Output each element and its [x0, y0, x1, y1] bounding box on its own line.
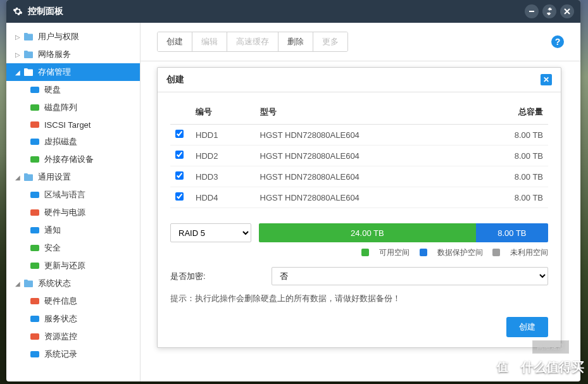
cell-model: HGST HDN728080ALE604 [255, 146, 472, 166]
svg-rect-11 [30, 298, 39, 304]
sidebar-group-3[interactable]: ◢通用设置 [6, 168, 140, 186]
sidebar-item-4-0[interactable]: 硬件信息 [6, 292, 140, 310]
cache-button[interactable]: 高速缓存 [227, 32, 278, 51]
globe-icon [29, 190, 41, 200]
sidebar-item-4-3[interactable]: 系统记录 [6, 345, 140, 363]
sidebar-item-3-4[interactable]: 更新与还原 [6, 257, 140, 275]
svg-rect-8 [30, 227, 39, 233]
sidebar-item-2-1[interactable]: 磁盘阵列 [6, 99, 140, 116]
vdisk-icon [29, 137, 41, 147]
toolbar: 创建 编辑 高速缓存 删除 更多 ? [141, 23, 580, 61]
table-row: HDD4HGST HDN728080ALE6048.00 TB [170, 187, 548, 208]
create-dialog: 创建 ✕ 编号 型号 总容量 HDD1HGST HDN728080ALE6048… [157, 67, 561, 348]
service-icon [29, 314, 41, 324]
sidebar-item-label: 硬盘 [44, 84, 61, 96]
encrypt-label: 是否加密: [170, 271, 272, 282]
row-checkbox[interactable] [175, 171, 184, 180]
sidebar-item-label: 更新与还原 [44, 260, 85, 271]
sidebar-group-2[interactable]: ◢存储管理 [6, 63, 140, 81]
svg-rect-7 [30, 209, 39, 216]
sidebar-item-label: 服务状态 [44, 313, 77, 325]
titlebar[interactable]: 控制面板 [6, 0, 580, 23]
more-button[interactable]: 更多 [313, 32, 347, 51]
cell-model: HGST HDN728080ALE604 [255, 166, 472, 187]
chip-icon [29, 296, 41, 306]
sidebar-item-3-2[interactable]: 通知 [6, 221, 140, 239]
svg-rect-2 [30, 104, 39, 111]
svg-rect-3 [30, 121, 39, 128]
hdd-icon [29, 85, 41, 95]
warning-tip: 提示：执行此操作会删除硬盘上的所有数据，请做好数据备份！ [170, 293, 548, 304]
tree-toggle-icon: ◢ [14, 280, 22, 287]
raid-select[interactable]: RAID 5 [170, 223, 251, 242]
sidebar-item-label: ISCSI Target [44, 120, 91, 130]
help-icon[interactable]: ? [551, 35, 564, 48]
space-bar: 24.00 TB 8.00 TB [259, 223, 548, 242]
col-model: 型号 [255, 100, 472, 125]
sidebar-group-0[interactable]: ▷用户与权限 [6, 28, 140, 46]
cell-id: HDD4 [191, 187, 255, 208]
row-checkbox[interactable] [175, 130, 184, 138]
legend-unused-icon [492, 249, 500, 256]
svg-rect-0 [529, 11, 534, 12]
sidebar-item-label: 安全 [44, 242, 61, 254]
sidebar-group-4[interactable]: ◢系统状态 [6, 275, 140, 292]
sidebar-item-2-4[interactable]: 外接存储设备 [6, 151, 140, 168]
svg-rect-1 [30, 87, 39, 93]
sidebar-group-1[interactable]: ▷网络服务 [6, 46, 140, 63]
col-capacity: 总容量 [472, 100, 548, 125]
cell-id: HDD2 [191, 146, 255, 166]
sidebar-item-label: 资源监控 [44, 331, 77, 342]
dialog-create-button[interactable]: 创建 [506, 317, 548, 337]
dialog-close-button[interactable]: ✕ [541, 74, 552, 85]
svg-rect-4 [30, 139, 39, 145]
power-icon [29, 207, 41, 218]
close-button[interactable] [560, 4, 574, 18]
maximize-button[interactable] [542, 4, 556, 18]
row-checkbox[interactable] [175, 151, 184, 159]
sidebar-item-4-2[interactable]: 资源监控 [6, 328, 140, 345]
dialog-header[interactable]: 创建 ✕ [158, 68, 561, 92]
sidebar-item-2-2[interactable]: ISCSI Target [6, 116, 140, 133]
sidebar-item-3-0[interactable]: 区域与语言 [6, 186, 140, 204]
sidebar-item-label: 虚拟磁盘 [44, 136, 77, 147]
sidebar-group-label: 存储管理 [38, 66, 71, 78]
sidebar-item-4-1[interactable]: 服务状态 [6, 310, 140, 328]
lock-icon [29, 243, 41, 253]
toolbar-button-group: 创建 编辑 高速缓存 删除 更多 [157, 32, 348, 52]
row-checkbox[interactable] [175, 192, 184, 201]
svg-rect-5 [30, 156, 39, 163]
window-title: 控制面板 [28, 6, 525, 17]
sidebar-item-label: 外接存储设备 [44, 154, 94, 165]
folder-icon [23, 278, 34, 288]
gear-icon [13, 6, 23, 16]
status-network-speed: 网络速度 [532, 340, 569, 354]
create-button[interactable]: 创建 [158, 32, 192, 51]
cell-model: HGST HDN728080ALE604 [255, 125, 472, 146]
sidebar-item-2-3[interactable]: 虚拟磁盘 [6, 133, 140, 151]
col-id: 编号 [191, 100, 255, 125]
refresh-icon [29, 261, 41, 271]
tree-toggle-icon: ◢ [14, 174, 22, 181]
minimize-button[interactable] [525, 4, 539, 18]
cell-model: HGST HDN728080ALE604 [255, 187, 472, 208]
sidebar-item-2-0[interactable]: 硬盘 [6, 81, 140, 99]
sidebar-item-3-1[interactable]: 硬件与电源 [6, 204, 140, 221]
delete-button[interactable]: 删除 [278, 32, 313, 51]
iscsi-icon [29, 120, 41, 130]
edit-button[interactable]: 编辑 [192, 32, 227, 51]
sidebar-item-3-3[interactable]: 安全 [6, 239, 140, 257]
array-icon [29, 102, 41, 113]
svg-rect-6 [30, 192, 39, 198]
cell-capacity: 8.00 TB [472, 125, 548, 146]
sidebar-item-label: 区域与语言 [44, 189, 85, 201]
folder-icon [23, 49, 34, 59]
space-protection-segment: 8.00 TB [476, 223, 548, 242]
table-row: HDD2HGST HDN728080ALE6048.00 TB [170, 146, 548, 166]
external-icon [29, 154, 41, 164]
sidebar: ▷用户与权限▷网络服务◢存储管理硬盘磁盘阵列ISCSI Target虚拟磁盘外接… [6, 23, 141, 381]
cell-id: HDD3 [191, 166, 255, 187]
encrypt-select[interactable]: 否 [272, 267, 548, 285]
sidebar-item-label: 硬件与电源 [44, 207, 85, 218]
tree-toggle-icon: ▷ [14, 34, 22, 40]
